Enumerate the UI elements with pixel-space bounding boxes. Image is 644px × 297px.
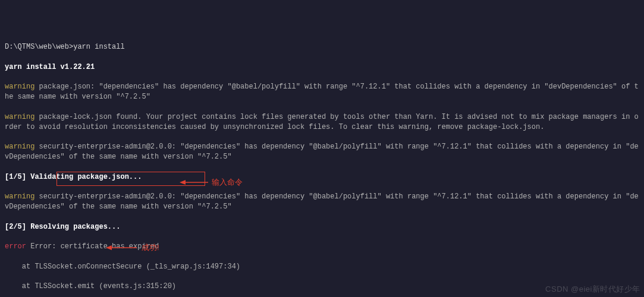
warn-line-1: warning package.json: "dependencies" has… bbox=[5, 82, 639, 102]
warn-line-3: warning security-enterprise-admin@2.0.0:… bbox=[5, 142, 639, 162]
watermark: CSDN @eiei新时代好少年 bbox=[545, 284, 640, 295]
error-text: Error: certificate has expired bbox=[26, 242, 159, 251]
error-line: error Error: certificate has expired bbox=[5, 242, 639, 252]
warn-text: package.json: "dependencies" has depende… bbox=[5, 83, 639, 101]
warn-line-2: warning package-lock.json found. Your pr… bbox=[5, 112, 639, 132]
step-1: [1/5] Validating package.json... bbox=[5, 172, 639, 182]
stack-2: at TLSSocket.emit (events.js:315:20) bbox=[5, 282, 639, 292]
warn-line-4: warning security-enterprise-admin@2.0.0:… bbox=[5, 192, 639, 212]
stack-1: at TLSSocket.onConnectSecure (_tls_wrap.… bbox=[5, 262, 639, 272]
warn-label: warning bbox=[5, 192, 34, 201]
warn-text: security-enterprise-admin@2.0.0: "depend… bbox=[5, 143, 639, 161]
warn-text: security-enterprise-admin@2.0.0: "depend… bbox=[5, 192, 639, 211]
warn-label: warning bbox=[5, 83, 34, 91]
warn-label: warning bbox=[5, 143, 34, 151]
warn-text: package-lock.json found. Your project co… bbox=[5, 113, 639, 131]
step-2: [2/5] Resolving packages... bbox=[5, 222, 639, 232]
prompt-line-1[interactable]: D:\QTMS\web\web>yarn install bbox=[5, 42, 639, 52]
cmd-install-1: yarn install bbox=[73, 43, 124, 51]
warn-label: warning bbox=[5, 113, 34, 121]
prompt-path: D:\QTMS\web\web> bbox=[5, 43, 73, 51]
error-label: error bbox=[5, 242, 26, 251]
yarn-install-version-1: yarn install v1.22.21 bbox=[5, 62, 639, 72]
